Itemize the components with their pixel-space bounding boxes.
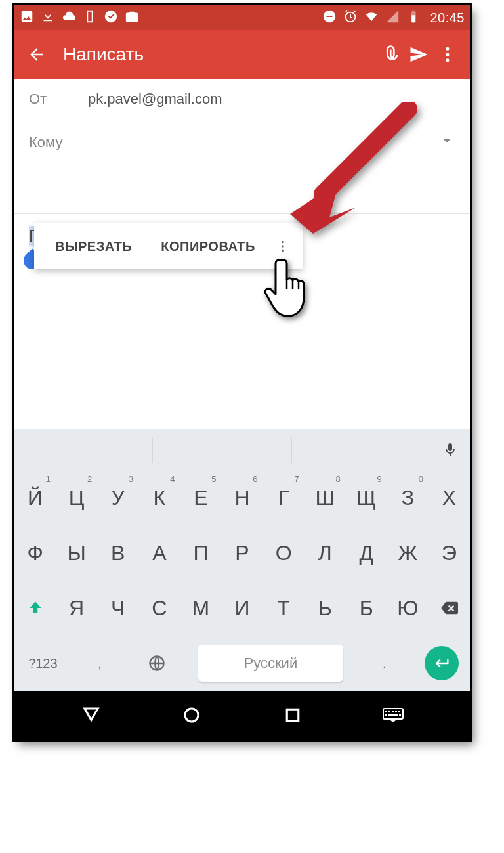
svg-rect-16 (392, 711, 394, 712)
nav-recents-button[interactable] (242, 705, 343, 725)
overflow-menu-button[interactable] (433, 40, 462, 69)
appbar-title: Написать (63, 44, 144, 65)
key-Ч[interactable]: Ч (97, 580, 138, 636)
symbols-key[interactable]: ?123 (14, 636, 72, 691)
suggestion-slot[interactable] (14, 437, 153, 463)
key-Н[interactable]: Н6 (221, 470, 262, 525)
voice-input-button[interactable] (430, 442, 470, 458)
to-label: Кому (29, 134, 88, 151)
key-Ф[interactable]: Ф (14, 525, 56, 580)
app-bar: Написать (14, 30, 470, 79)
key-З[interactable]: З0 (387, 470, 429, 525)
key-С[interactable]: С (138, 580, 180, 636)
nav-back-button[interactable] (41, 705, 142, 725)
svg-point-6 (282, 245, 284, 248)
svg-point-11 (185, 709, 198, 722)
enter-key[interactable] (413, 636, 470, 691)
svg-rect-17 (395, 711, 397, 712)
nav-keyboard-button[interactable] (343, 708, 444, 722)
key-М[interactable]: М (180, 580, 221, 636)
svg-point-3 (446, 53, 450, 56)
svg-rect-15 (388, 711, 390, 712)
compose-content: От pk.pavel@gmail.com Кому Привет! Как д… (14, 79, 470, 306)
keyboard: Й1Ц2У3К4Е5Н6Г7Ш8Щ9З0Х ФЫВАПРОЛДЖЭ ЯЧСМИТ… (14, 429, 470, 691)
to-row[interactable]: Кому (14, 120, 470, 165)
context-menu-more-button[interactable] (270, 239, 296, 253)
wifi-icon (364, 9, 379, 27)
cut-button[interactable]: ВЫРЕЗАТЬ (41, 239, 146, 254)
key-Д[interactable]: Д (346, 525, 387, 580)
attach-button[interactable] (375, 40, 404, 69)
battery-icon (406, 9, 421, 27)
svg-rect-12 (287, 709, 299, 721)
key-Я[interactable]: Я (56, 580, 97, 636)
key-Г[interactable]: Г7 (263, 470, 304, 525)
suggestion-bar (14, 429, 470, 470)
key-У[interactable]: У3 (97, 470, 138, 525)
svg-point-2 (446, 47, 450, 51)
svg-rect-21 (399, 714, 401, 716)
key-Ш[interactable]: Ш8 (304, 470, 346, 525)
key-Р[interactable]: Р (221, 525, 262, 580)
back-button[interactable] (22, 40, 51, 69)
key-Е[interactable]: Е5 (180, 470, 221, 525)
svg-rect-1 (327, 16, 333, 17)
cloud-icon (62, 9, 76, 27)
key-Ю[interactable]: Ю (387, 580, 429, 636)
key-Э[interactable]: Э (429, 525, 470, 580)
key-Х[interactable]: Х (429, 470, 470, 525)
key-Б[interactable]: Б (346, 580, 387, 636)
from-row[interactable]: От pk.pavel@gmail.com (14, 79, 470, 120)
status-bar: 20:45 (14, 5, 470, 30)
key-Щ[interactable]: Щ9 (346, 470, 387, 525)
key-И[interactable]: И (221, 580, 262, 636)
period-key[interactable]: . (356, 636, 413, 691)
svg-rect-18 (398, 711, 400, 712)
key-А[interactable]: А (138, 525, 180, 580)
svg-point-5 (282, 241, 284, 244)
key-Й[interactable]: Й1 (14, 470, 56, 525)
key-В[interactable]: В (97, 525, 138, 580)
phone-frame: 20:45 Написать От pk.pavel@gmail.com Ком… (14, 5, 470, 739)
clock-check-icon (104, 9, 118, 27)
from-label: От (29, 91, 88, 108)
camera-icon (125, 9, 139, 27)
backspace-key[interactable] (429, 580, 470, 636)
key-Л[interactable]: Л (304, 525, 346, 580)
svg-rect-14 (385, 711, 387, 712)
svg-rect-19 (385, 714, 387, 716)
shift-key[interactable] (14, 580, 56, 636)
key-Ж[interactable]: Ж (387, 525, 429, 580)
expand-recipients-button[interactable] (438, 132, 455, 153)
key-Ц[interactable]: Ц2 (56, 470, 97, 525)
key-П[interactable]: П (180, 525, 221, 580)
dnd-icon (322, 9, 337, 27)
key-Ы[interactable]: Ы (56, 525, 97, 580)
image-icon (20, 9, 34, 27)
download-icon (41, 9, 55, 27)
subject-row[interactable] (14, 165, 470, 214)
text-context-menu: ВЫРЕЗАТЬ КОПИРОВАТЬ (34, 223, 303, 269)
key-О[interactable]: О (263, 525, 304, 580)
navigation-bar (14, 691, 470, 739)
alarm-icon (343, 9, 358, 27)
key-Ь[interactable]: Ь (304, 580, 346, 636)
svg-rect-20 (388, 714, 398, 716)
key-К[interactable]: К4 (138, 470, 180, 525)
suggestion-slot[interactable] (292, 437, 430, 463)
suggestion-slot[interactable] (153, 437, 291, 463)
copy-button[interactable]: КОПИРОВАТЬ (146, 239, 270, 254)
nav-home-button[interactable] (142, 705, 243, 725)
status-time: 20:45 (430, 11, 465, 26)
send-button[interactable] (404, 40, 433, 69)
device-icon (83, 9, 97, 27)
svg-point-4 (446, 58, 450, 62)
language-key[interactable] (129, 636, 186, 691)
from-value: pk.pavel@gmail.com (88, 91, 222, 108)
space-key[interactable]: Русский (185, 636, 356, 691)
key-Т[interactable]: Т (263, 580, 304, 636)
signal-icon (385, 9, 400, 27)
svg-point-7 (282, 250, 284, 252)
comma-key[interactable]: , (72, 636, 129, 691)
